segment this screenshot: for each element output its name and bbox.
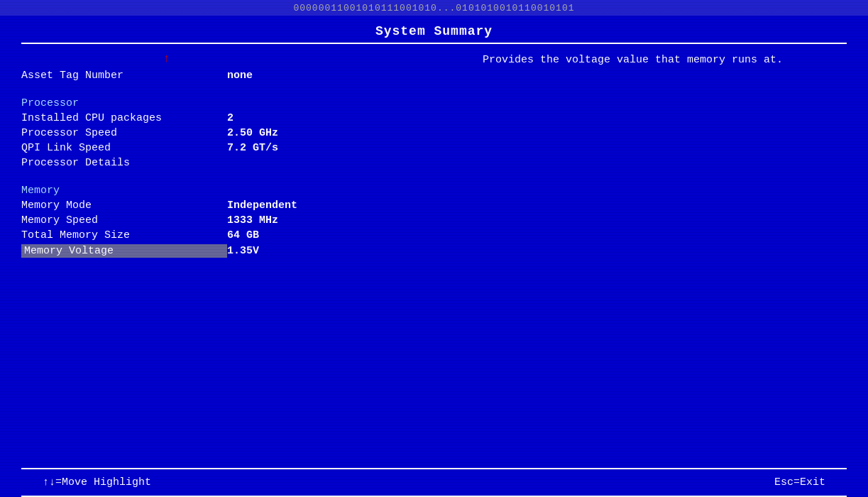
- cpu-packages-row: Installed CPU packages 2: [21, 111, 461, 126]
- processor-speed-label: Processor Speed: [21, 127, 227, 139]
- footer-bar: ↑↓=Move Highlight Esc=Exit: [0, 469, 868, 496]
- processor-speed-value: 2.50 GHz: [227, 127, 278, 139]
- asset-tag-row: Asset Tag Number none: [21, 68, 461, 83]
- memory-voltage-value: 1.35V: [227, 245, 259, 257]
- page-title: System Summary: [0, 16, 868, 43]
- qpi-link-label: QPI Link Speed: [21, 142, 227, 154]
- memory-voltage-row[interactable]: Memory Voltage 1.35V: [21, 243, 461, 259]
- top-bar: 00000011001010111001010...01010100101100…: [0, 0, 868, 16]
- processor-speed-row: Processor Speed 2.50 GHz: [21, 126, 461, 141]
- asset-tag-label: Asset Tag Number: [21, 70, 227, 82]
- help-text: Provides the voltage value that memory r…: [483, 53, 847, 69]
- scroll-up-arrow: ↑: [163, 53, 461, 65]
- memory-speed-label: Memory Speed: [21, 214, 227, 226]
- bios-container: System Summary ↑ Asset Tag Number none P…: [0, 16, 868, 497]
- content-area: ↑ Asset Tag Number none Processor Instal…: [0, 44, 868, 461]
- top-bar-text: 00000011001010111001010...01010100101100…: [293, 3, 574, 13]
- memory-mode-label: Memory Mode: [21, 200, 227, 212]
- cpu-packages-label: Installed CPU packages: [21, 112, 227, 124]
- spacer2: [21, 170, 461, 179]
- processor-details-row: Processor Details: [21, 155, 461, 170]
- navigate-hint: ↑↓=Move Highlight: [43, 476, 151, 488]
- help-panel: Provides the voltage value that memory r…: [461, 53, 847, 461]
- cpu-packages-value: 2: [227, 112, 234, 124]
- processor-details-label: Processor Details: [21, 157, 227, 169]
- memory-header: Memory: [21, 179, 461, 198]
- asset-tag-value: none: [227, 70, 253, 82]
- total-memory-row[interactable]: Total Memory Size 64 GB: [21, 228, 461, 243]
- processor-header: Processor: [21, 92, 461, 111]
- left-panel: ↑ Asset Tag Number none Processor Instal…: [21, 53, 461, 461]
- qpi-link-row: QPI Link Speed 7.2 GT/s: [21, 141, 461, 155]
- exit-hint: Esc=Exit: [774, 476, 825, 488]
- spacer1: [21, 83, 461, 92]
- memory-speed-row[interactable]: Memory Speed 1333 MHz: [21, 213, 461, 228]
- memory-mode-value: Independent: [227, 200, 297, 212]
- memory-mode-row[interactable]: Memory Mode Independent: [21, 198, 461, 213]
- memory-speed-value: 1333 MHz: [227, 214, 278, 226]
- total-memory-label: Total Memory Size: [21, 229, 227, 241]
- total-memory-value: 64 GB: [227, 229, 259, 241]
- qpi-link-value: 7.2 GT/s: [227, 142, 278, 154]
- memory-voltage-label: Memory Voltage: [21, 244, 227, 258]
